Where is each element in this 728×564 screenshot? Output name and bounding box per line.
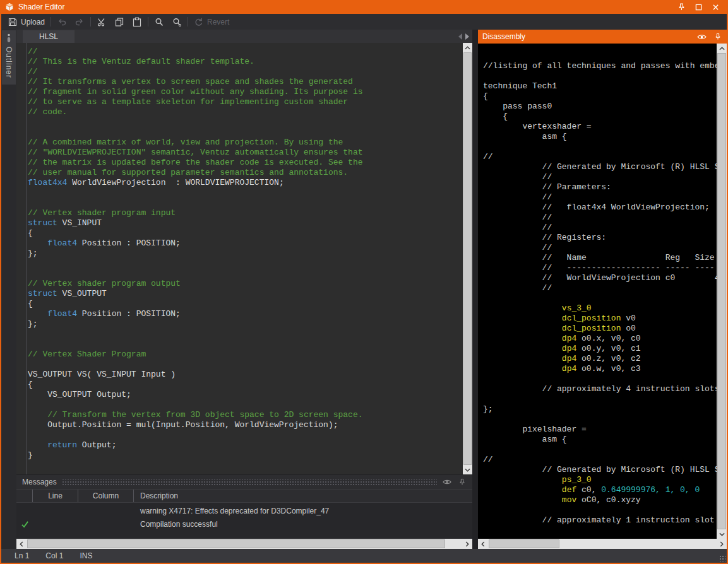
sidebar-item-outliner[interactable]: Outliner xyxy=(2,30,16,85)
paste-button[interactable] xyxy=(128,15,146,28)
row-description: warning X4717: Effects deprecated for D3… xyxy=(134,507,472,515)
save-icon xyxy=(8,17,18,27)
messages-horizontal-scrollbar[interactable] xyxy=(16,539,472,549)
scrollbar-track[interactable] xyxy=(488,539,717,549)
messages-panel: Messages Line Column Description xyxy=(16,474,472,549)
revert-icon xyxy=(194,17,204,27)
window-title: Shader Editor xyxy=(18,3,671,11)
scrollbar-thumb[interactable] xyxy=(27,539,445,548)
maximize-button[interactable] xyxy=(692,2,705,12)
pin-panel-icon[interactable] xyxy=(713,32,723,41)
paste-icon xyxy=(132,17,142,27)
scroll-up-icon[interactable] xyxy=(717,44,727,53)
search-icon xyxy=(154,17,164,27)
panel-splitter[interactable] xyxy=(472,30,478,549)
scroll-up-icon[interactable] xyxy=(463,43,472,52)
redo-icon xyxy=(75,17,85,27)
status-mode: INS xyxy=(80,551,92,560)
eye-icon[interactable] xyxy=(696,32,707,41)
pin-window-button[interactable] xyxy=(675,2,688,12)
scroll-left-icon[interactable] xyxy=(478,539,488,549)
search-next-icon xyxy=(172,17,182,27)
upload-label: Upload xyxy=(21,18,45,26)
disassembly-vertical-scrollbar[interactable] xyxy=(717,44,727,539)
scrollbar-thumb[interactable] xyxy=(489,539,559,548)
tab-scroll-left-icon[interactable] xyxy=(458,33,462,40)
upload-button[interactable]: Upload xyxy=(4,15,49,28)
outliner-tab-label: Outliner xyxy=(4,47,13,78)
scroll-down-icon[interactable] xyxy=(463,465,472,474)
editor-tabbar: HLSL xyxy=(16,30,472,43)
toolbar-separator xyxy=(90,17,91,26)
scrollbar-thumb[interactable] xyxy=(717,53,726,529)
scrollbar-thumb[interactable] xyxy=(463,52,472,465)
column-column[interactable]: Column xyxy=(78,490,134,502)
messages-column-header: Line Column Description xyxy=(16,489,472,503)
revert-label: Revert xyxy=(207,18,229,26)
cut-button[interactable] xyxy=(93,15,110,28)
eye-icon[interactable] xyxy=(442,478,452,486)
disassembly-view[interactable]: //listing of all techniques and passes w… xyxy=(478,44,727,539)
status-line: Ln 1 xyxy=(15,551,29,560)
scrollbar-track[interactable] xyxy=(27,539,462,549)
scroll-right-icon[interactable] xyxy=(717,539,727,549)
toolbar-separator xyxy=(51,17,51,26)
resize-grip[interactable] xyxy=(719,555,725,561)
table-row[interactable]: warning X4717: Effects deprecated for D3… xyxy=(16,504,472,517)
copy-icon xyxy=(114,17,124,27)
cut-icon xyxy=(97,17,107,27)
main-area: Outliner HLSL //// This is the Ventuz de… xyxy=(1,30,727,549)
close-button[interactable] xyxy=(709,2,722,12)
statusbar: Ln 1 Col 1 INS xyxy=(1,549,727,563)
success-check-icon xyxy=(16,520,33,528)
toolbar-separator xyxy=(148,17,148,26)
scroll-down-icon[interactable] xyxy=(717,529,727,539)
disassembly-horizontal-scrollbar[interactable] xyxy=(478,539,727,549)
undo-icon xyxy=(57,17,67,27)
revert-button[interactable]: Revert xyxy=(190,15,233,28)
editor-panel: HLSL //// This is the Ventuz default sha… xyxy=(16,30,472,549)
tab-hlsl[interactable]: HLSL xyxy=(23,30,75,43)
scroll-left-icon[interactable] xyxy=(16,539,27,549)
pin-panel-icon[interactable] xyxy=(457,478,467,486)
editor-vertical-scrollbar[interactable] xyxy=(463,43,472,474)
table-row[interactable]: Compilation successful xyxy=(16,517,472,531)
app-logo-icon xyxy=(5,3,14,11)
tab-scroll-right-icon[interactable] xyxy=(465,33,469,40)
disassembly-content: //listing of all techniques and passes w… xyxy=(478,44,717,539)
disassembly-panel: Disassembly //listing of all techniques … xyxy=(478,30,727,549)
code-editor-content[interactable]: //// This is the Ventuz default shader t… xyxy=(16,43,463,474)
messages-drag-handle[interactable] xyxy=(62,479,437,485)
find-button[interactable] xyxy=(150,15,168,28)
copy-button[interactable] xyxy=(110,15,128,28)
column-line[interactable]: Line xyxy=(33,490,78,502)
column-description[interactable]: Description xyxy=(134,490,472,502)
tab-hlsl-label: HLSL xyxy=(39,32,58,41)
disassembly-title: Disassembly xyxy=(482,32,690,41)
disassembly-header[interactable]: Disassembly xyxy=(478,30,727,44)
toolbar: Upload Revert xyxy=(1,14,727,30)
row-description: Compilation successful xyxy=(134,520,472,529)
messages-list: warning X4717: Effects deprecated for D3… xyxy=(16,503,472,539)
undo-button[interactable] xyxy=(53,15,71,28)
status-column: Col 1 xyxy=(45,551,63,560)
messages-header[interactable]: Messages xyxy=(16,475,472,489)
scroll-right-icon[interactable] xyxy=(462,539,472,549)
code-editor[interactable]: //// This is the Ventuz default shader t… xyxy=(16,43,472,474)
redo-button[interactable] xyxy=(71,15,88,28)
outliner-icon xyxy=(6,33,12,43)
shader-editor-window: Shader Editor Upload xyxy=(0,0,728,564)
column-icon xyxy=(16,490,33,502)
left-dock-strip: Outliner xyxy=(1,30,16,549)
titlebar: Shader Editor xyxy=(1,0,727,14)
find-next-button[interactable] xyxy=(168,15,186,28)
messages-title: Messages xyxy=(22,478,57,486)
toolbar-separator xyxy=(188,17,188,26)
